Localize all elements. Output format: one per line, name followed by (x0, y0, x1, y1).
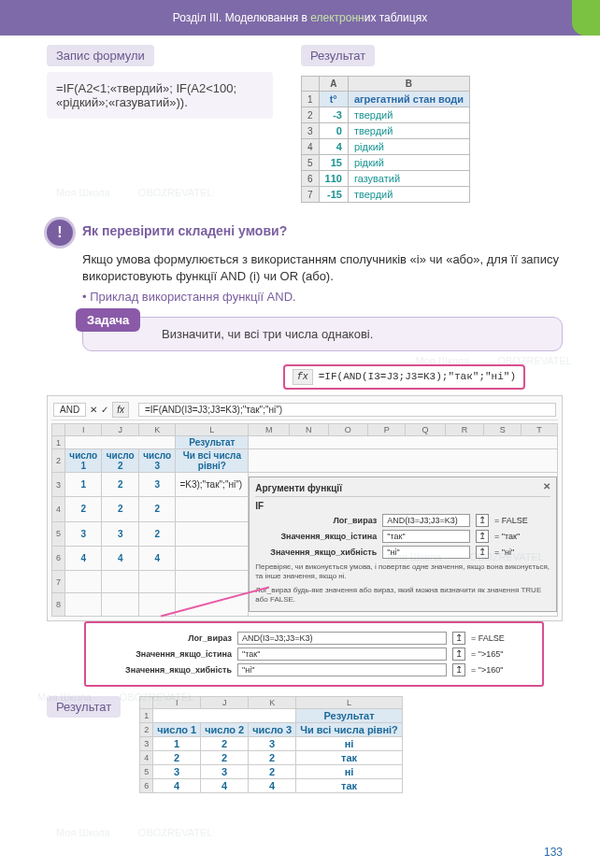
range-picker-icon[interactable]: ↥ (452, 663, 465, 676)
result-table-2: IJKL 1Результат 2число 1число 2число 3Чи… (139, 696, 403, 793)
formula-label: Запис формули (47, 45, 154, 66)
formula-bar: =IF(AND(I3=J3;J3=K3);"так";"ні") (138, 403, 556, 417)
question-heading: Як перевірити складені умови? (82, 223, 287, 238)
task-text: Визначити, чи всі три числа однакові. (162, 327, 549, 341)
chapter-title: Розділ III. Моделювання в електронних та… (0, 0, 600, 36)
close-icon[interactable]: ✕ (543, 481, 550, 491)
bullet-and-example: Приклад використання функції AND. (82, 290, 563, 304)
question-body: Якщо умова формулюється з використанням … (82, 251, 563, 284)
chapter-header: Розділ III. Моделювання в електронних та… (0, 0, 600, 36)
fx-icon: fx (293, 369, 313, 385)
result-table-1: A B 1 t° агрегатний стан води 2-3твердий… (301, 76, 470, 203)
task-badge: Задача (76, 308, 140, 332)
result-label: Результат (301, 45, 375, 66)
range-picker-icon[interactable]: ↥ (452, 647, 465, 661)
fx-callout: fx=IF(AND(I3=J3;J3=K3);"так";"ні") (283, 364, 525, 390)
table-row: 3123=K3);"так";"ні") Аргументи функції✕ … (52, 473, 558, 497)
result-label-2: Результат (47, 696, 121, 718)
formula-box: =IF(A2<1;«твердий»; IF(A2<100; «рідкий»;… (47, 72, 273, 119)
namebox: AND (53, 403, 86, 417)
page-number: 133 (544, 846, 563, 859)
args-zoom: Лог_виразAND(I3=J3;J3=K3)↥= FALSE Значен… (84, 621, 544, 687)
exclaim-icon: ! (47, 220, 73, 246)
range-picker-icon[interactable]: ↥ (476, 514, 489, 527)
range-picker-icon[interactable]: ↥ (452, 632, 465, 645)
table-row: 6444так (140, 778, 403, 792)
table-row: 5332ні (140, 764, 403, 778)
fx-confirm-icon: ✓ (101, 405, 108, 415)
table-row: 4222так (140, 750, 403, 764)
range-picker-icon[interactable]: ↥ (476, 530, 489, 543)
fx-cancel-icon: ✕ (90, 405, 97, 415)
fx-bar-icon: fx (112, 402, 129, 418)
range-picker-icon[interactable]: ↥ (476, 546, 489, 559)
task-box: Задача Визначити, чи всі три числа однак… (82, 317, 563, 351)
table-row: 3123ні (140, 736, 403, 750)
watermark: Моя ШколаOBOZREVATEL (56, 827, 213, 838)
function-args-dialog: Аргументи функції✕ IF Лог_виразAND(I3=J3… (249, 477, 557, 612)
excel-screenshot-1: AND ✕ ✓ fx =IF(AND(I3=J3;J3=K3);"так";"н… (47, 395, 563, 621)
